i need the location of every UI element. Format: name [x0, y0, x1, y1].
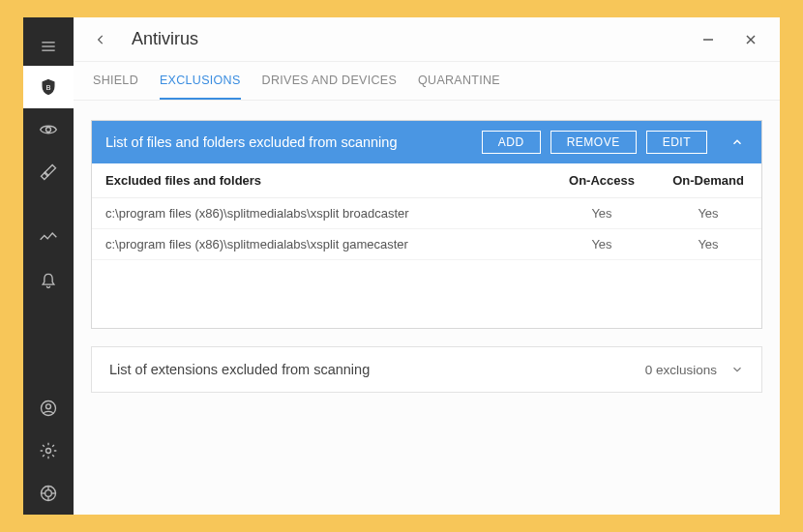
cell-ondemand: Yes [655, 229, 761, 260]
tools-icon[interactable] [23, 151, 74, 193]
app-window: B Antivirus [23, 17, 780, 515]
files-panel-header: List of files and folders excluded from … [92, 121, 761, 163]
table-row[interactable]: c:\program files (x86)\splitmedialabs\xs… [92, 229, 761, 260]
minimize-button[interactable] [700, 32, 716, 47]
files-panel-title: List of files and folders excluded from … [105, 134, 397, 150]
files-panel: List of files and folders excluded from … [91, 120, 762, 329]
svg-point-7 [46, 449, 51, 454]
svg-point-9 [45, 490, 52, 497]
extensions-count: 0 exclusions [645, 363, 717, 377]
titlebar: Antivirus [74, 17, 780, 62]
page-title: Antivirus [132, 29, 198, 49]
extensions-panel[interactable]: List of extensions excluded from scannin… [91, 346, 762, 393]
eye-icon[interactable] [23, 108, 74, 151]
sidebar: B [23, 17, 74, 515]
tabs: SHIELD EXCLUSIONS DRIVES AND DEVICES QUA… [74, 62, 780, 101]
cell-ondemand: Yes [655, 198, 761, 229]
help-icon[interactable] [23, 472, 74, 515]
svg-point-4 [46, 128, 51, 133]
cell-path: c:\program files (x86)\splitmedialabs\xs… [92, 229, 549, 260]
user-icon[interactable] [23, 387, 74, 429]
edit-button[interactable]: EDIT [646, 131, 707, 154]
chevron-down-icon[interactable] [730, 363, 744, 376]
cell-onaccess: Yes [549, 198, 655, 229]
remove-button[interactable]: REMOVE [550, 131, 637, 154]
content: List of files and folders excluded from … [74, 101, 780, 515]
cell-onaccess: Yes [549, 229, 655, 260]
svg-text:B: B [45, 83, 50, 92]
collapse-icon[interactable] [727, 132, 748, 153]
back-button[interactable] [87, 26, 114, 53]
bell-icon[interactable] [23, 259, 74, 302]
tab-exclusions[interactable]: EXCLUSIONS [160, 62, 241, 100]
col-path: Excluded files and folders [92, 163, 549, 198]
gear-icon[interactable] [23, 429, 74, 472]
add-button[interactable]: ADD [482, 131, 541, 154]
activity-icon[interactable] [23, 217, 74, 259]
cell-path: c:\program files (x86)\splitmedialabs\xs… [92, 198, 549, 229]
col-onaccess: On-Access [549, 163, 655, 198]
tab-drives[interactable]: DRIVES AND DEVICES [262, 62, 397, 100]
menu-icon[interactable] [23, 27, 74, 66]
main-area: Antivirus SHIELD EXCLUSIONS DRIVES AND D… [74, 17, 780, 515]
col-ondemand: On-Demand [655, 163, 761, 198]
close-button[interactable] [743, 32, 758, 47]
exclusions-table: Excluded files and folders On-Access On-… [92, 163, 761, 260]
extensions-panel-title: List of extensions excluded from scannin… [109, 362, 370, 377]
shield-icon[interactable]: B [23, 66, 74, 108]
tab-shield[interactable]: SHIELD [93, 62, 138, 100]
table-row[interactable]: c:\program files (x86)\splitmedialabs\xs… [92, 198, 761, 229]
tab-quarantine[interactable]: QUARANTINE [418, 62, 500, 100]
svg-point-6 [46, 404, 51, 409]
